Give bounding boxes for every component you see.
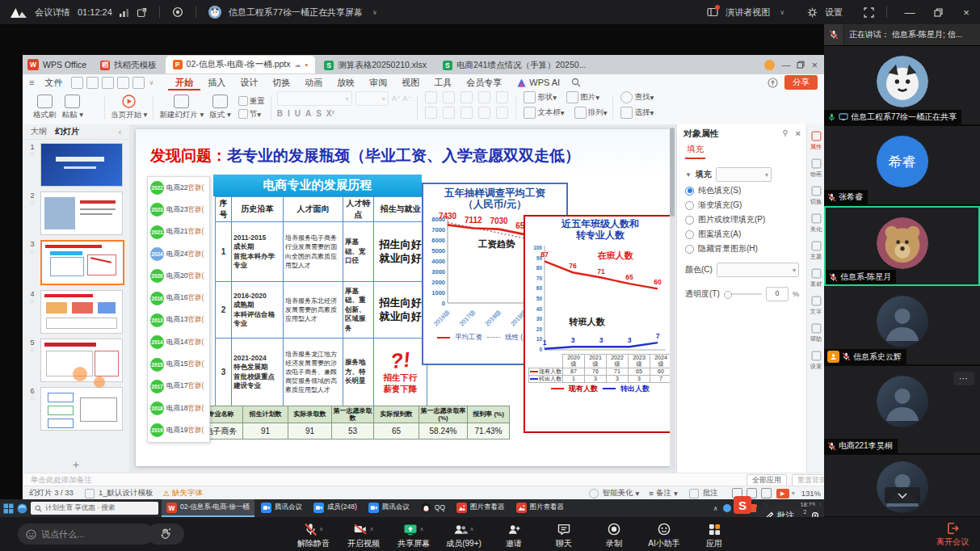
slide-thumbnail-item[interactable]: 1☆ xyxy=(23,140,129,188)
radio-icon[interactable] xyxy=(685,201,694,210)
taskbar-app-3[interactable]: 腾讯会议 xyxy=(364,499,414,517)
view-mode-icon[interactable] xyxy=(707,7,718,17)
tab-outline[interactable]: 大纲 xyxy=(31,126,47,137)
qq-group-item[interactable]: 2021电商21官群( xyxy=(148,221,209,243)
menu-0[interactable]: 开始 xyxy=(168,74,200,90)
tray-expand-icon[interactable]: ∧ xyxy=(713,505,718,512)
record-icon[interactable] xyxy=(172,6,183,18)
format-mark[interactable]: A xyxy=(305,109,311,118)
wps-minimize-button[interactable]: — xyxy=(781,60,790,69)
toolbar-ai-button[interactable]: AI小助手 xyxy=(643,519,685,549)
paragraph-icons-row1[interactable] xyxy=(423,91,510,103)
copy-icon[interactable] xyxy=(89,109,99,117)
select-button[interactable]: 选择 ▾ xyxy=(619,107,654,119)
pin-icon[interactable] xyxy=(781,129,789,137)
gear-icon[interactable] xyxy=(807,7,818,18)
qq-group-item[interactable]: 2014电商14官群( xyxy=(148,331,209,353)
menu-file[interactable]: 文件 xyxy=(37,74,69,90)
menu-8[interactable]: 工具 xyxy=(427,74,459,90)
toolbar-members-button[interactable]: ∧成员(99+) xyxy=(443,519,485,549)
popout-icon[interactable] xyxy=(137,7,147,18)
menu-4[interactable]: 动画 xyxy=(297,74,330,90)
format-painter-button[interactable]: 格式刷 xyxy=(33,95,57,120)
qq-group-item[interactable]: 2020电商20官群( xyxy=(148,265,209,287)
radio-icon[interactable] xyxy=(685,187,694,196)
color-select[interactable]: ▾ xyxy=(717,263,799,277)
minimize-button[interactable]: — xyxy=(899,0,920,24)
participant-tile-5[interactable] xyxy=(824,455,980,518)
wps-restore-button[interactable] xyxy=(797,61,805,69)
caret-icon[interactable]: ∧ xyxy=(469,526,473,532)
editor-scrollbar[interactable] xyxy=(670,128,675,469)
slide-thumbnail[interactable] xyxy=(40,290,123,334)
dock-item-2[interactable]: 切换 xyxy=(810,186,822,206)
slide-canvas[interactable]: 发现问题：老专业的发展瓶颈（毕业工资、入学意愿双双走低） 2022电商22官群(… xyxy=(136,129,670,466)
caret-icon[interactable]: ∧ xyxy=(369,526,373,532)
menu-9[interactable]: 会员专享 xyxy=(459,74,509,90)
taskbar-app-5[interactable]: 图片查看器 xyxy=(452,499,510,517)
menu-2[interactable]: 设计 xyxy=(233,74,265,90)
toolbar-camera-off-button[interactable]: ∧开启视频 xyxy=(343,519,385,549)
arrange-button[interactable]: 排列 ▾ xyxy=(573,107,608,119)
fill-option[interactable]: 纯色填充(S) xyxy=(677,182,807,196)
search-icon[interactable] xyxy=(571,78,581,87)
tray-qq-icon[interactable] xyxy=(723,504,731,512)
chevron-down-icon[interactable]: ▾ xyxy=(792,490,795,497)
view-mode-label[interactable]: 演讲者视图 xyxy=(726,6,770,19)
fill-tab[interactable]: 填充 xyxy=(685,142,705,159)
print-icon[interactable] xyxy=(86,77,99,89)
more-options-button[interactable]: ⋯ xyxy=(953,372,974,385)
fullscreen-icon[interactable] xyxy=(864,7,874,18)
notes-placeholder[interactable]: 单击此处添加备注 xyxy=(31,475,92,486)
play-from-current-button[interactable]: 当页开始 ▾ xyxy=(111,95,147,120)
qq-group-item[interactable]: 2013电商13官群( xyxy=(148,309,209,331)
qq-group-item[interactable]: 2023电商23官群( xyxy=(148,199,209,221)
zoom-level[interactable]: 131% xyxy=(801,489,821,498)
fill-option[interactable]: 图片或纹理填充(P) xyxy=(677,211,807,225)
qq-group-item[interactable]: 2024电商24官群( xyxy=(148,243,209,265)
cut-icon[interactable] xyxy=(89,99,99,107)
radio-icon[interactable] xyxy=(685,216,694,225)
smart-beautify-button[interactable]: 智能美化 ▾ xyxy=(587,488,640,498)
chevron-down-icon[interactable]: ∨ xyxy=(780,9,784,16)
chevron-down-icon[interactable]: ∨ xyxy=(372,9,377,16)
qq-group-item[interactable]: 2017电商17官群( xyxy=(148,376,209,397)
opacity-value[interactable]: 0 xyxy=(766,287,789,301)
missing-font-warning[interactable]: ⚠缺失字体 xyxy=(163,488,204,498)
qq-group-item[interactable]: 2016电商16官群( xyxy=(148,287,209,309)
slide-thumbnail-item[interactable]: 4☆ xyxy=(23,287,129,335)
menu-7[interactable]: 视图 xyxy=(394,74,427,90)
textbox-button[interactable]: 文本框 ▾ xyxy=(522,107,564,119)
opacity-slider[interactable] xyxy=(724,293,762,295)
tab-slides[interactable]: 幻灯片 xyxy=(55,126,79,137)
format-mark[interactable]: B xyxy=(277,109,283,118)
participant-tile-3[interactable]: 信息系史云辉 xyxy=(824,286,980,366)
settings-label[interactable]: 设置 xyxy=(825,6,843,19)
collapse-tiles-button[interactable] xyxy=(885,487,920,503)
dock-item-6[interactable]: 文字 xyxy=(810,296,822,316)
document-tab[interactable]: S测算表格20250210.xlsx xyxy=(317,57,434,74)
dock-item-0[interactable]: 属性 xyxy=(810,131,822,151)
taskbar-app-1[interactable]: 腾讯会议 xyxy=(256,499,307,517)
fill-option[interactable]: 渐变填充(G) xyxy=(677,196,807,211)
undo-icon[interactable] xyxy=(117,77,129,89)
collapse-panel-icon[interactable]: ‹ xyxy=(119,128,121,137)
shape-button[interactable]: 形状 ▾ xyxy=(522,91,557,103)
menu-6[interactable]: 审阅 xyxy=(362,74,394,90)
fill-option[interactable]: 隐藏背景图形(H) xyxy=(677,240,807,254)
taskbar-app-2[interactable]: 成员(248) xyxy=(309,499,362,517)
qq-group-item[interactable]: 2015电商15官群( xyxy=(148,353,209,375)
slide-thumbnail-item[interactable]: 3☆ xyxy=(23,237,129,287)
magnifier-tool-button[interactable] xyxy=(806,506,824,517)
slide-thumbnail[interactable] xyxy=(40,387,123,431)
dock-item-4[interactable]: 主题 xyxy=(810,241,822,261)
annotate-tool-button[interactable]: 批注 xyxy=(756,506,803,517)
radio-icon[interactable] xyxy=(685,230,694,239)
slide-thumbnail[interactable] xyxy=(40,143,123,187)
format-mark[interactable]: X² xyxy=(326,109,334,118)
comment-button[interactable]: 批注 xyxy=(688,488,718,498)
document-tab[interactable]: P02-信息系-电商-徐一桶.pptx☁• xyxy=(166,56,316,74)
layout-button[interactable]: 版式 ▾ xyxy=(209,95,230,120)
save-icon[interactable] xyxy=(71,77,83,89)
dock-item-5[interactable]: 素材 xyxy=(810,268,822,288)
